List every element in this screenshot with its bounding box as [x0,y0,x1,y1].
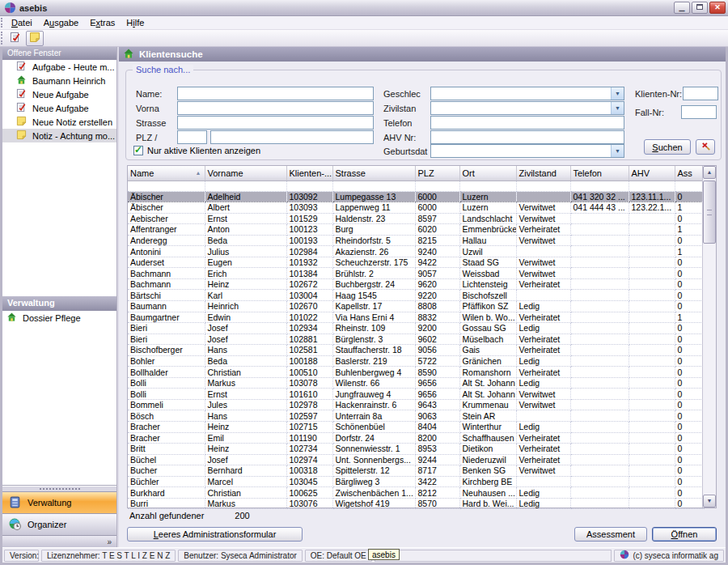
scrollbar-thumb[interactable] [703,181,716,244]
table-row[interactable]: BüchelJosef102974Unt. Sonnenbergs...9244… [128,454,704,465]
column-header[interactable]: Ort [459,166,516,181]
assessment-button[interactable]: Assessment [574,527,647,542]
sidebar-item[interactable]: Baumann Heinrich [2,74,116,87]
sidebar-splitter[interactable] [2,486,116,491]
table-row[interactable]: BieriJosef102881Bürglenstr. 39602Müselba… [128,333,704,345]
clear-search-button[interactable] [696,139,715,155]
table-cell: Emil [205,432,286,444]
menu-hilfe[interactable]: Hilfe [121,16,150,29]
open-button[interactable]: Öffnen [652,527,717,542]
table-row[interactable]: BrittHeinz102734Sonnenwiesstr. 18953Diet… [128,444,704,455]
column-header[interactable]: AHV [629,166,675,181]
column-header[interactable]: Zivilstand [516,166,570,181]
table-cell: 8200 [415,432,459,444]
table-row[interactable]: BurriMarkus103076Wigetshof 4198570Hard b… [128,498,704,509]
sidebar-item[interactable]: Neue Aufgabe [2,101,116,115]
new-task-button[interactable] [6,31,24,46]
sidebar-item[interactable]: Neue Notiz erstellen [2,115,116,129]
plz-input[interactable] [177,130,207,144]
table-row[interactable]: BohlerBeda100188Baslerstr. 2195722Gränic… [128,355,704,367]
table-row[interactable]: AffentrangerAnton100123Burg6020Emmenbrüc… [128,224,704,236]
filter-row[interactable] [128,181,704,191]
column-header[interactable]: Telefon [570,166,629,181]
table-row[interactable]: BolliErnst101610Jungfrauweg 49656Alt St.… [128,389,704,400]
toolbar-grip[interactable] [1,32,5,45]
open-windows-header: Offene Fenster [2,47,116,60]
geburtsdatum-select[interactable]: ▼ [430,144,624,158]
ahv-label: AHV Nr: [383,133,416,142]
ort-input[interactable] [210,130,374,144]
table-cell [629,224,675,236]
table-row[interactable]: BachmannErich101384Brühlstr. 29057Weissb… [128,268,704,279]
sidebar-item[interactable]: Aufgabe - Heute m... [2,60,116,74]
blank-admin-form-button[interactable]: Leeres Administrationsformular [127,527,303,542]
table-row[interactable]: BieriJosef102934Rheinstr. 1099200Gossau … [128,323,704,334]
telefon-input[interactable] [430,116,624,130]
strasse-input[interactable] [177,116,374,130]
menu-datei[interactable]: Datei [6,16,38,29]
klienten-nr-input[interactable] [683,87,718,100]
table-row[interactable]: BischofbergerHans102581Stauffacherstr. 1… [128,345,704,356]
ahv-input[interactable] [430,130,624,144]
table-row[interactable]: AntoniniJulius102984Akazienstr. 269240Uz… [128,246,704,257]
zivilstand-select[interactable]: ▼ [430,101,624,115]
table-row[interactable]: BachmannHeinz102672Buchbergstr. 249620Li… [128,278,704,290]
table-row[interactable]: BracherEmil101190Dorfstr. 248200Schaffha… [128,432,704,444]
table-row[interactable]: AebischerErnst101529Haldenstr. 238597Lan… [128,213,704,224]
window-title: asebis [19,3,672,13]
table-row[interactable]: AudersetEugen101932Scheuchzerstr. 175942… [128,257,704,268]
note-icon [16,130,27,142]
table-cell [629,421,675,432]
active-clients-checkbox[interactable]: Nur aktive Klienten anzeigen [133,146,260,155]
table-row[interactable]: BurkhardChristian100625Zwischenbächen 1.… [128,487,704,499]
table-row[interactable]: AndereggBeda100193Rheindorfstr. 58215Hal… [128,235,704,246]
table-row[interactable]: BommeliJules102978Hackenrainstr. 69643Kr… [128,399,704,410]
column-header[interactable]: Vorname [205,166,286,181]
table-scrollbar[interactable]: ▲ ▼ [702,166,716,508]
minimize-button[interactable]: ▁ [674,2,690,14]
table-row[interactable]: BöschHans102597Unterrain 8a9063Stein AR0 [128,410,704,422]
menu-ausgabe[interactable]: Ausgabe [38,16,84,29]
nav-organizer-button[interactable]: Organizer [2,513,116,535]
task-icon [10,32,21,45]
table-row[interactable]: BärtschiKarl103004Haag 15459220Bischofsz… [128,290,704,301]
fall-nr-input[interactable] [681,105,717,119]
nav-overflow[interactable]: » [2,535,116,547]
sidebar-item[interactable]: Notiz - Achtung mo... [2,129,116,142]
table-cell: 0 [675,300,704,312]
nav-verwaltung-button[interactable]: Verwaltung [2,491,116,513]
restore-button[interactable] [692,2,708,14]
table-cell: Luzern [459,202,516,214]
table-row[interactable]: ÄbischerAlbert103093Lappenweg 116000Luze… [128,202,704,214]
column-header[interactable]: Name▲ [128,166,205,181]
vorname-input[interactable] [177,101,374,115]
geschlecht-select[interactable]: ▼ [430,87,624,100]
column-header[interactable]: PLZ [415,166,459,181]
new-note-button[interactable] [26,31,44,46]
sidebar-item[interactable]: Neue Aufgabe [2,87,116,101]
menubar-grip[interactable] [1,18,5,28]
suchen-button[interactable]: Suchen [644,139,691,155]
column-header[interactable]: Strasse [332,166,415,181]
column-header[interactable]: Klienten-... [286,166,332,181]
table-cell: Landschlacht [459,213,516,224]
sidebar-item[interactable]: Dossier Pflege [2,311,116,325]
table-row[interactable]: BolliMarkus103078Wilenstr. 669656Alt St.… [128,377,704,389]
close-button[interactable]: ✕ [709,2,726,14]
table-row[interactable]: BracherHeinz102715Schönenbüel8404Wintert… [128,421,704,432]
table-cell: Albert [205,202,286,214]
table-cell: 123.11.1... [629,191,675,202]
column-header[interactable]: Ass [675,166,704,181]
scroll-down-icon[interactable]: ▼ [703,495,716,508]
table-row[interactable]: BüchlerMarcel103045Bärgliweg 33422Kirchb… [128,476,704,487]
house-icon [123,48,134,61]
table-cell: 9056 [415,345,459,356]
table-row[interactable]: BaumgartnerEdwin101022Via Hans Erni 4883… [128,312,704,323]
name-input[interactable] [177,87,374,100]
table-row[interactable]: BaumannHeinrich102670Kapellstr. 178808Pf… [128,300,704,312]
menu-extras[interactable]: Extras [84,16,121,29]
table-row[interactable]: BollhalderChristian100510Buhlenbergweg 4… [128,367,704,378]
table-row[interactable]: ÄbischerAdelheid103092Lumpegasse 136000L… [128,191,704,202]
table-row[interactable]: BucherBernhard100318Spittelerstr. 128717… [128,465,704,477]
scroll-up-icon[interactable]: ▲ [703,166,716,179]
